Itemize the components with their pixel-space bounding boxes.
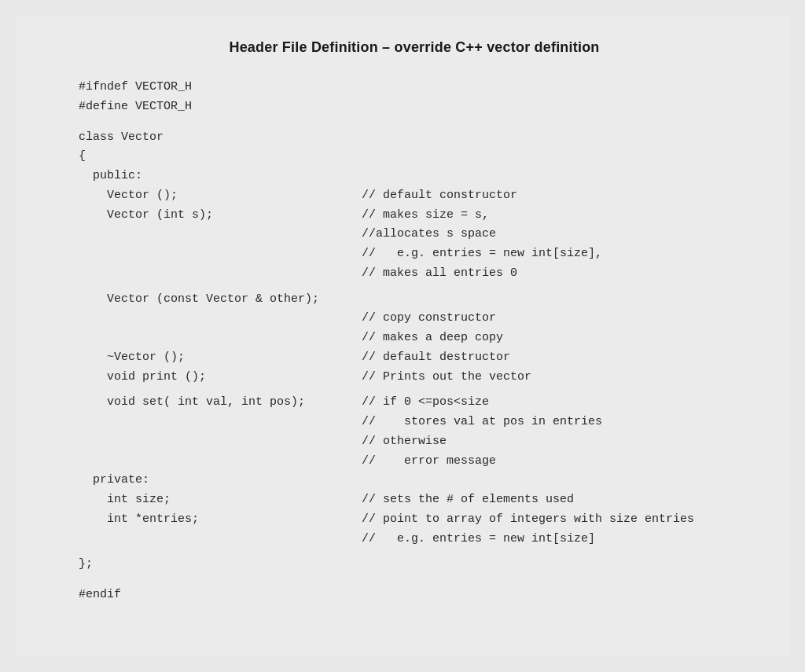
code-line: // copy constructor (79, 309, 750, 329)
code-text: Vector (); (79, 186, 362, 206)
code-comment: // stores val at pos in entries (362, 413, 602, 432)
code-line: // error message (79, 452, 750, 472)
code-comment: // default destructor (362, 348, 510, 368)
code-comment: // otherwise (362, 432, 447, 452)
code-line: class Vector (79, 128, 750, 148)
code-comment: // makes size = s, (362, 206, 489, 226)
code-comment: // e.g. entries = new int[size] (362, 530, 595, 549)
code-line: ~Vector (); // default destructor (79, 348, 750, 368)
code-line: private: (79, 471, 750, 490)
code-text: class Vector (79, 128, 362, 148)
code-text: }; (79, 555, 362, 575)
page-container: Header File Definition – override C++ ve… (16, 16, 789, 656)
code-comment: // copy constructor (362, 309, 496, 329)
code-line: int size; // sets the # of elements used (79, 490, 750, 510)
code-comment: // point to array of integers with size … (362, 510, 694, 530)
code-line: int *entries; // point to array of integ… (79, 510, 750, 530)
code-line: Vector (int s); // makes size = s, (79, 206, 750, 226)
code-comment: // makes all entries 0 (362, 264, 517, 284)
code-line: #ifndef VECTOR_H (79, 78, 750, 97)
code-comment: // if 0 <=pos<size (362, 393, 489, 413)
code-line: { (79, 147, 750, 167)
code-text: #define VECTOR_H (79, 97, 362, 117)
code-text: ~Vector (); (79, 348, 362, 368)
code-text: int size; (79, 490, 362, 510)
code-text: void set( int val, int pos); (79, 393, 362, 413)
code-line: void set( int val, int pos); // if 0 <=p… (79, 393, 750, 413)
code-comment: // Prints out the vector (362, 368, 531, 387)
code-line: Vector (); // default constructor (79, 186, 750, 206)
code-text: Vector (int s); (79, 206, 362, 226)
code-text: int *entries; (79, 510, 362, 530)
code-comment: //allocates s space (362, 225, 496, 244)
code-text: private: (79, 471, 362, 490)
code-comment: // e.g. entries = new int[size], (362, 244, 602, 264)
code-line: #define VECTOR_H (79, 97, 750, 117)
code-line: }; (79, 555, 750, 575)
code-line: // otherwise (79, 432, 750, 452)
code-text: Vector (const Vector & other); (79, 290, 362, 310)
code-text: { (79, 147, 362, 167)
code-comment: // error message (362, 452, 496, 472)
page-title: Header File Definition – override C++ ve… (79, 39, 750, 56)
code-comment: // default constructor (362, 186, 517, 206)
code-text: #ifndef VECTOR_H (79, 78, 362, 97)
code-line: //allocates s space (79, 225, 750, 244)
code-line: public: (79, 167, 750, 186)
code-comment: // makes a deep copy (362, 329, 503, 348)
code-line: // makes a deep copy (79, 329, 750, 348)
code-block: #ifndef VECTOR_H #define VECTOR_H class … (79, 78, 750, 605)
code-text: void print (); (79, 368, 362, 387)
code-text: public: (79, 167, 362, 186)
code-text: #endif (79, 586, 362, 605)
code-line: // e.g. entries = new int[size] (79, 530, 750, 549)
code-line: #endif (79, 586, 750, 605)
code-line: // stores val at pos in entries (79, 413, 750, 432)
code-line: // makes all entries 0 (79, 264, 750, 284)
code-line: // e.g. entries = new int[size], (79, 244, 750, 264)
code-line: void print (); // Prints out the vector (79, 368, 750, 387)
code-comment: // sets the # of elements used (362, 490, 574, 510)
code-line: Vector (const Vector & other); (79, 290, 750, 310)
